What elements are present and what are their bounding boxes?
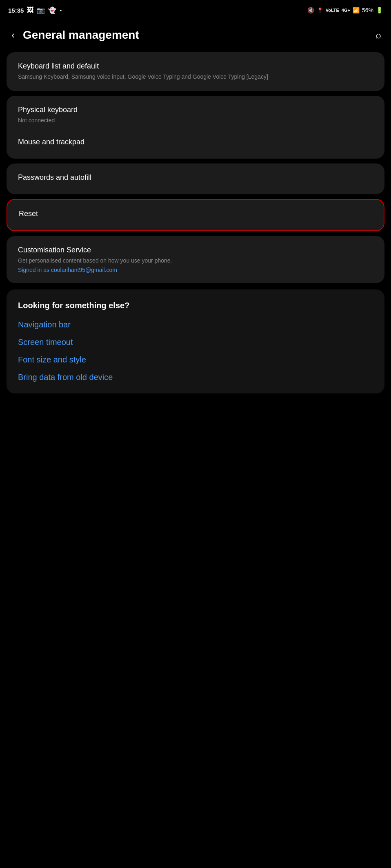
keyboard-list-subtitle: Samsung Keyboard, Samsung voice input, G… [18, 73, 373, 81]
customisation-subtitle: Get personalised content based on how yo… [18, 257, 373, 265]
passwords-autofill-card[interactable]: Passwords and autofill [7, 163, 384, 194]
page-title: General management [23, 29, 375, 42]
main-content: Keyboard list and default Samsung Keyboa… [0, 52, 391, 393]
location-icon: 📍 [317, 7, 323, 13]
physical-keyboard-subtitle: Not connected [18, 117, 373, 125]
looking-title: Looking for something else? [18, 301, 373, 310]
reset-title: Reset [19, 210, 372, 218]
snapchat-icon: 👻 [48, 7, 56, 14]
dot-indicator: ● [60, 9, 62, 12]
battery-level: 56% [362, 7, 373, 13]
customisation-title: Customisation Service [18, 246, 373, 254]
mouse-trackpad-title: Mouse and trackpad [18, 138, 373, 146]
back-button[interactable]: ‹ [10, 28, 16, 42]
physical-keyboard-item[interactable]: Physical keyboard Not connected [18, 106, 373, 125]
photo-icon: 🖼 [27, 7, 33, 14]
search-button[interactable]: ⌕ [375, 29, 381, 41]
signal-icon: 📶 [353, 7, 360, 13]
keyboard-list-card[interactable]: Keyboard list and default Samsung Keyboa… [7, 52, 384, 91]
volte-indicator: VoLTE [326, 8, 339, 13]
customisation-card[interactable]: Customisation Service Get personalised c… [7, 236, 384, 283]
status-bar: 15:35 🖼 📷 👻 ● 🔇 📍 VoLTE 4G+ 📶 56% 🔋 [0, 0, 391, 20]
mouse-trackpad-item[interactable]: Mouse and trackpad [18, 138, 373, 146]
4g-indicator: 4G+ [342, 8, 350, 13]
battery-icon: 🔋 [376, 7, 383, 13]
customisation-link[interactable]: Signed in as coolarihant95@gmail.com [18, 267, 373, 273]
bring-data-link[interactable]: Bring data from old device [18, 373, 373, 382]
keyboard-list-title: Keyboard list and default [18, 62, 373, 71]
navigation-bar-link[interactable]: Navigation bar [18, 320, 373, 329]
status-right: 🔇 📍 VoLTE 4G+ 📶 56% 🔋 [307, 7, 383, 13]
physical-keyboard-title: Physical keyboard [18, 106, 373, 114]
mute-icon: 🔇 [307, 7, 314, 13]
status-left: 15:35 🖼 📷 👻 ● [8, 7, 62, 14]
font-size-style-link[interactable]: Font size and style [18, 355, 373, 364]
instagram-icon: 📷 [37, 7, 45, 14]
input-devices-card: Physical keyboard Not connected Mouse an… [7, 96, 384, 159]
screen-timeout-link[interactable]: Screen timeout [18, 338, 373, 347]
divider [18, 131, 373, 131]
page-header: ‹ General management ⌕ [0, 20, 391, 52]
time-display: 15:35 [8, 7, 24, 14]
reset-card[interactable]: Reset [7, 199, 384, 231]
passwords-autofill-title: Passwords and autofill [18, 173, 373, 182]
looking-section: Looking for something else? Navigation b… [7, 289, 384, 393]
